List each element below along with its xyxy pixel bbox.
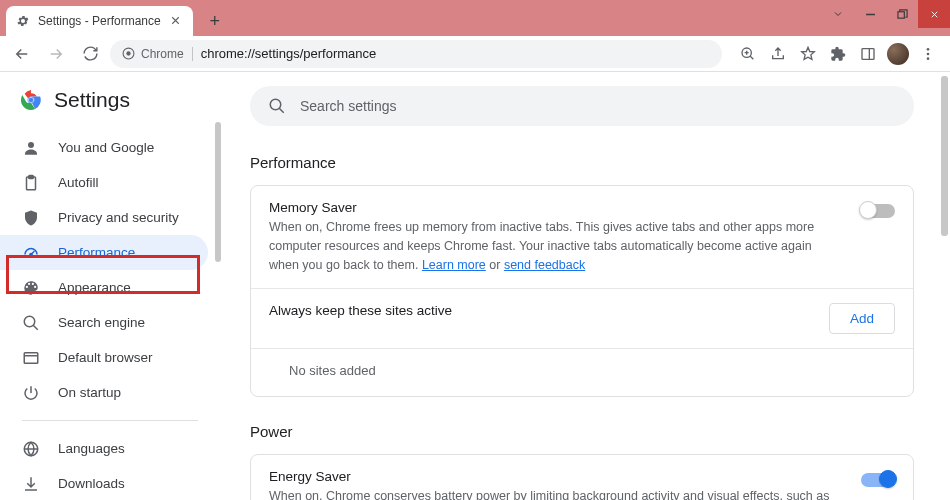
- more-chevron-icon[interactable]: [822, 0, 854, 28]
- site-info-icon[interactable]: Chrome: [122, 47, 184, 61]
- sidebar-item-label: Downloads: [58, 476, 125, 491]
- sidebar-item-you-and-google[interactable]: You and Google: [0, 130, 208, 165]
- speedometer-icon: [22, 244, 40, 262]
- svg-rect-17: [24, 352, 38, 363]
- extensions-icon[interactable]: [824, 40, 852, 68]
- settings-content: Search settings Performance Memory Saver…: [220, 72, 950, 500]
- share-icon[interactable]: [764, 40, 792, 68]
- zoom-icon[interactable]: [734, 40, 762, 68]
- svg-point-5: [927, 48, 930, 51]
- search-icon: [22, 314, 40, 332]
- sidebar-item-downloads[interactable]: Downloads: [0, 466, 208, 500]
- new-tab-button[interactable]: +: [201, 7, 229, 35]
- secure-label: Chrome: [141, 47, 184, 61]
- globe-icon: [22, 440, 40, 458]
- energy-saver-title: Energy Saver: [269, 469, 843, 484]
- svg-point-20: [270, 99, 281, 110]
- no-sites-text: No sites added: [251, 349, 913, 396]
- svg-rect-0: [897, 11, 903, 17]
- browser-toolbar: Chrome chrome://settings/performance: [0, 36, 950, 72]
- search-settings-input[interactable]: Search settings: [250, 86, 914, 126]
- sidepanel-icon[interactable]: [854, 40, 882, 68]
- close-tab-icon[interactable]: [169, 14, 183, 28]
- sidebar-item-label: On startup: [58, 385, 121, 400]
- sidebar-item-languages[interactable]: Languages: [0, 431, 208, 466]
- sidebar-item-label: Autofill: [58, 175, 99, 190]
- browser-tab[interactable]: Settings - Performance: [6, 6, 193, 36]
- learn-more-link[interactable]: Learn more: [422, 258, 486, 272]
- sidebar-item-label: Languages: [58, 441, 125, 456]
- browser-titlebar: Settings - Performance +: [0, 0, 950, 36]
- svg-point-12: [28, 142, 34, 148]
- sidebar-item-label: Appearance: [58, 280, 131, 295]
- svg-rect-14: [29, 175, 34, 178]
- profile-avatar[interactable]: [884, 40, 912, 68]
- add-site-button[interactable]: Add: [829, 303, 895, 334]
- memory-saver-desc: When on, Chrome frees up memory from ina…: [269, 218, 843, 274]
- send-feedback-link[interactable]: send feedback: [504, 258, 585, 272]
- sidebar-separator: [22, 420, 198, 421]
- settings-sidebar: Settings You and Google Autofill Privacy…: [0, 72, 220, 500]
- tab-title: Settings - Performance: [38, 14, 161, 28]
- performance-card: Memory Saver When on, Chrome frees up me…: [250, 185, 914, 397]
- menu-icon[interactable]: [914, 40, 942, 68]
- sidebar-item-on-startup[interactable]: On startup: [0, 375, 208, 410]
- sidebar-item-label: Default browser: [58, 350, 153, 365]
- person-icon: [22, 139, 40, 157]
- browser-icon: [22, 349, 40, 367]
- address-bar[interactable]: Chrome chrome://settings/performance: [110, 40, 722, 68]
- svg-point-11: [29, 98, 34, 103]
- svg-point-2: [126, 51, 130, 55]
- chrome-logo-icon: [20, 89, 42, 111]
- always-active-title: Always keep these sites active: [269, 303, 811, 318]
- close-window-button[interactable]: [918, 0, 950, 28]
- url-text: chrome://settings/performance: [201, 46, 377, 61]
- bookmark-icon[interactable]: [794, 40, 822, 68]
- sidebar-item-privacy[interactable]: Privacy and security: [0, 200, 208, 235]
- back-button[interactable]: [8, 40, 36, 68]
- search-placeholder: Search settings: [300, 98, 397, 114]
- sidebar-item-default-browser[interactable]: Default browser: [0, 340, 208, 375]
- memory-saver-title: Memory Saver: [269, 200, 843, 215]
- energy-saver-toggle[interactable]: [861, 473, 895, 487]
- sidebar-item-label: Search engine: [58, 315, 145, 330]
- sidebar-item-appearance[interactable]: Appearance: [0, 270, 208, 305]
- section-title-performance: Performance: [250, 154, 914, 171]
- sidebar-item-search-engine[interactable]: Search engine: [0, 305, 208, 340]
- palette-icon: [22, 279, 40, 297]
- power-icon: [22, 384, 40, 402]
- svg-point-7: [927, 57, 930, 60]
- gear-icon: [16, 14, 30, 28]
- search-icon: [268, 97, 286, 115]
- sidebar-item-label: You and Google: [58, 140, 154, 155]
- minimize-button[interactable]: [854, 0, 886, 28]
- sidebar-item-performance[interactable]: Performance: [0, 235, 208, 270]
- memory-saver-toggle[interactable]: [861, 204, 895, 218]
- svg-point-16: [24, 316, 35, 327]
- shield-icon: [22, 209, 40, 227]
- svg-point-15: [30, 253, 32, 255]
- svg-point-6: [927, 52, 930, 55]
- maximize-button[interactable]: [886, 0, 918, 28]
- sidebar-item-label: Performance: [58, 245, 135, 260]
- sidebar-item-label: Privacy and security: [58, 210, 179, 225]
- energy-saver-desc: When on, Chrome conserves battery power …: [269, 487, 843, 500]
- power-card: Energy Saver When on, Chrome conserves b…: [250, 454, 914, 500]
- clipboard-icon: [22, 174, 40, 192]
- window-controls: [822, 0, 950, 28]
- download-icon: [22, 475, 40, 493]
- content-scrollbar[interactable]: [941, 76, 948, 236]
- omnibox-divider: [192, 47, 193, 61]
- page-title: Settings: [54, 88, 130, 112]
- reload-button[interactable]: [76, 40, 104, 68]
- svg-rect-4: [862, 48, 874, 59]
- forward-button[interactable]: [42, 40, 70, 68]
- section-title-power: Power: [250, 423, 914, 440]
- sidebar-item-autofill[interactable]: Autofill: [0, 165, 208, 200]
